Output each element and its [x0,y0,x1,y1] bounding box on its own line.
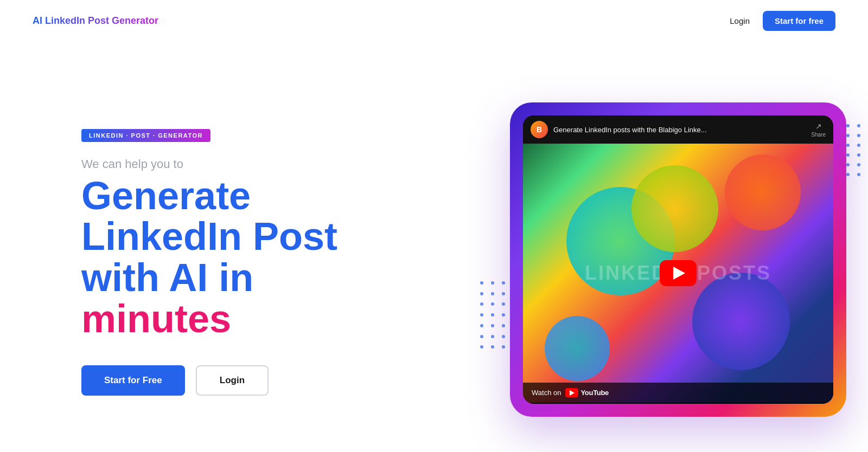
youtube-logo: YouTube [565,388,609,397]
cta-group: Start for Free Login [81,365,337,396]
youtube-text: YouTube [580,389,609,397]
thumb-decor-3 [725,154,801,230]
nav-cta-button[interactable]: Start for free [763,11,835,31]
watch-on-text: Watch on [532,389,561,397]
nav-login-link[interactable]: Login [730,16,750,25]
thumb-decor-4 [692,273,790,370]
login-button[interactable]: Login [196,365,269,396]
video-top-bar: B Generate LinkedIn posts with the Blabi… [523,115,833,144]
headline-line1: Generate [81,176,337,217]
nav-right: Login Start for free [730,11,835,31]
main-content: LINKEDIN · POST · GENERATOR We can help … [0,42,868,452]
thumb-decor-5 [545,316,610,381]
headline-line2: LinkedIn Post [81,216,337,257]
dots-left [480,281,510,352]
video-card: B Generate LinkedIn posts with the Blabi… [510,102,846,417]
tag-badge: LINKEDIN · POST · GENERATOR [81,129,210,142]
hero-headline: Generate LinkedIn Post with AI in minute… [81,176,337,339]
youtube-play-icon [570,390,575,396]
hero-right: B Generate LinkedIn posts with the Blabi… [510,102,846,417]
video-thumbnail[interactable]: LINKEDIN POSTS Watch on YouTube [523,144,833,403]
hero-subtitle: We can help you to [81,157,337,171]
play-button[interactable] [660,260,697,286]
channel-icon: B [531,121,548,138]
headline-line3: with AI in [81,257,337,299]
navbar: AI LinkedIn Post Generator Login Start f… [0,0,868,42]
share-icon: ↗ [815,122,822,131]
headline-line4: minutes [81,299,337,340]
video-inner: B Generate LinkedIn posts with the Blabi… [523,115,833,404]
start-for-free-button[interactable]: Start for Free [81,365,185,396]
play-triangle-icon [673,267,685,280]
share-button[interactable]: ↗ Share [811,122,826,138]
youtube-icon [565,388,578,397]
thumb-decor-2 [631,165,718,252]
site-logo: AI LinkedIn Post Generator [33,15,158,27]
video-title: Generate LinkedIn posts with the Blabigo… [553,126,806,134]
hero-left: LINKEDIN · POST · GENERATOR We can help … [81,124,337,396]
watch-on-bar: Watch on YouTube [523,383,833,403]
share-label: Share [811,132,826,138]
